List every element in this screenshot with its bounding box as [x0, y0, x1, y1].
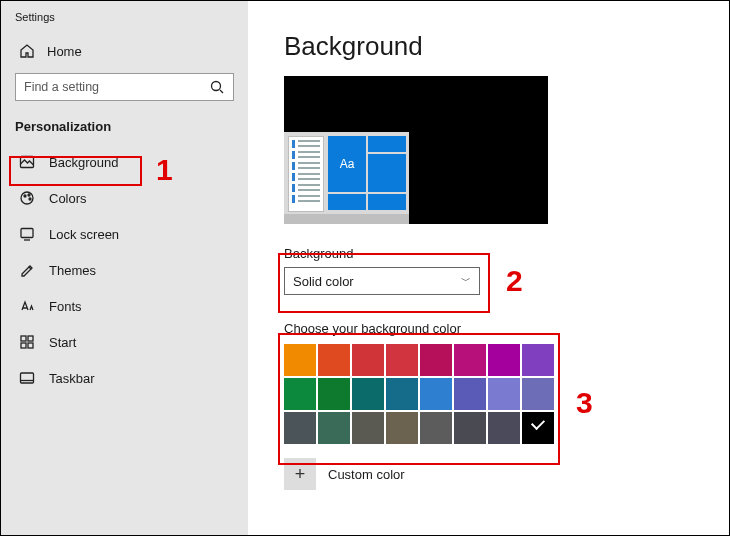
nav-item-taskbar[interactable]: Taskbar: [1, 360, 248, 396]
color-swatch[interactable]: [420, 412, 452, 444]
settings-sidebar: Settings Home Find a setting Personaliza…: [1, 1, 248, 535]
color-swatch[interactable]: [386, 378, 418, 410]
nav-item-background[interactable]: Background: [1, 144, 248, 180]
color-swatch[interactable]: [284, 378, 316, 410]
color-swatch[interactable]: [352, 412, 384, 444]
background-icon: [19, 154, 35, 170]
nav-item-colors[interactable]: Colors: [1, 180, 248, 216]
home-label: Home: [47, 44, 82, 59]
svg-point-0: [212, 82, 221, 91]
main-content: Background Aa Background Solid color ﹀ C…: [248, 1, 729, 535]
color-swatch[interactable]: [488, 378, 520, 410]
svg-rect-11: [21, 373, 34, 383]
app-title: Settings: [1, 9, 248, 35]
palette-label: Choose your background color: [284, 321, 729, 336]
section-title: Personalization: [1, 101, 248, 144]
svg-rect-8: [28, 336, 33, 341]
color-swatch[interactable]: [488, 344, 520, 376]
taskbar-icon: [19, 370, 35, 386]
home-nav[interactable]: Home: [1, 35, 248, 67]
svg-rect-9: [21, 343, 26, 348]
color-swatch[interactable]: [454, 378, 486, 410]
color-swatch[interactable]: [454, 412, 486, 444]
nav-item-label: Colors: [49, 191, 87, 206]
color-swatch[interactable]: [488, 412, 520, 444]
color-swatch[interactable]: [386, 412, 418, 444]
nav-item-lockscreen[interactable]: Lock screen: [1, 216, 248, 252]
colors-icon: [19, 190, 35, 206]
start-icon: [19, 334, 35, 350]
color-swatch[interactable]: [454, 344, 486, 376]
home-icon: [19, 43, 35, 59]
nav-item-label: Lock screen: [49, 227, 119, 242]
nav-item-label: Themes: [49, 263, 96, 278]
nav-list: BackgroundColorsLock screenThemesFontsSt…: [1, 144, 248, 396]
color-swatch[interactable]: [318, 378, 350, 410]
page-heading: Background: [284, 31, 729, 62]
color-swatch[interactable]: [318, 412, 350, 444]
preview-aa-tile: Aa: [328, 136, 366, 192]
nav-item-themes[interactable]: Themes: [1, 252, 248, 288]
color-swatch[interactable]: [522, 344, 554, 376]
color-swatch[interactable]: [284, 344, 316, 376]
preview-start-tiles: Aa: [328, 136, 406, 212]
chevron-down-icon: ﹀: [461, 274, 471, 288]
desktop-preview: Aa: [284, 76, 548, 224]
svg-point-3: [24, 195, 26, 197]
search-placeholder: Find a setting: [24, 80, 209, 94]
lockscreen-icon: [19, 226, 35, 242]
search-icon: [209, 79, 225, 95]
custom-color-label: Custom color: [328, 467, 405, 482]
preview-window: [288, 136, 324, 212]
background-dropdown[interactable]: Solid color ﹀: [284, 267, 480, 295]
nav-item-label: Background: [49, 155, 118, 170]
nav-item-label: Fonts: [49, 299, 82, 314]
color-swatch[interactable]: [420, 378, 452, 410]
plus-icon: +: [295, 464, 306, 485]
svg-point-5: [29, 198, 31, 200]
nav-item-label: Start: [49, 335, 76, 350]
themes-icon: [19, 262, 35, 278]
color-swatch[interactable]: [522, 412, 554, 444]
color-swatch[interactable]: [420, 344, 452, 376]
svg-rect-7: [21, 336, 26, 341]
nav-item-label: Taskbar: [49, 371, 95, 386]
color-palette: [284, 344, 729, 444]
svg-rect-6: [21, 229, 33, 238]
background-field-label: Background: [284, 246, 729, 261]
color-swatch[interactable]: [284, 412, 316, 444]
color-swatch[interactable]: [386, 344, 418, 376]
color-swatch[interactable]: [318, 344, 350, 376]
custom-color-button[interactable]: +: [284, 458, 316, 490]
background-dropdown-value: Solid color: [293, 274, 354, 289]
color-swatch[interactable]: [522, 378, 554, 410]
preview-taskbar: [284, 214, 409, 224]
svg-point-4: [28, 194, 30, 196]
color-swatch[interactable]: [352, 344, 384, 376]
color-swatch[interactable]: [352, 378, 384, 410]
fonts-icon: [19, 298, 35, 314]
search-input[interactable]: Find a setting: [15, 73, 234, 101]
nav-item-fonts[interactable]: Fonts: [1, 288, 248, 324]
svg-rect-10: [28, 343, 33, 348]
nav-item-start[interactable]: Start: [1, 324, 248, 360]
